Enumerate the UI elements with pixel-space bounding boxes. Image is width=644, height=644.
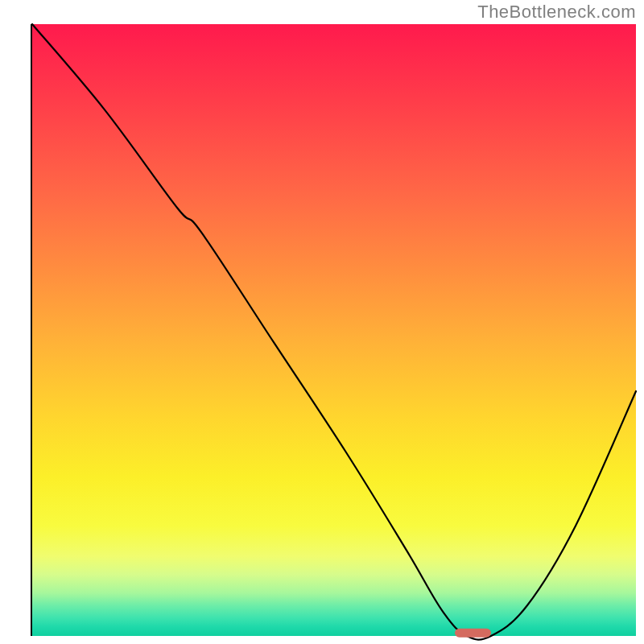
optimal-marker	[455, 629, 491, 638]
plot-area	[32, 24, 636, 636]
chart-stage: TheBottleneck.com	[0, 0, 644, 644]
curve-layer	[32, 24, 636, 636]
watermark-text: TheBottleneck.com	[477, 2, 636, 23]
bottleneck-curve	[32, 24, 636, 640]
